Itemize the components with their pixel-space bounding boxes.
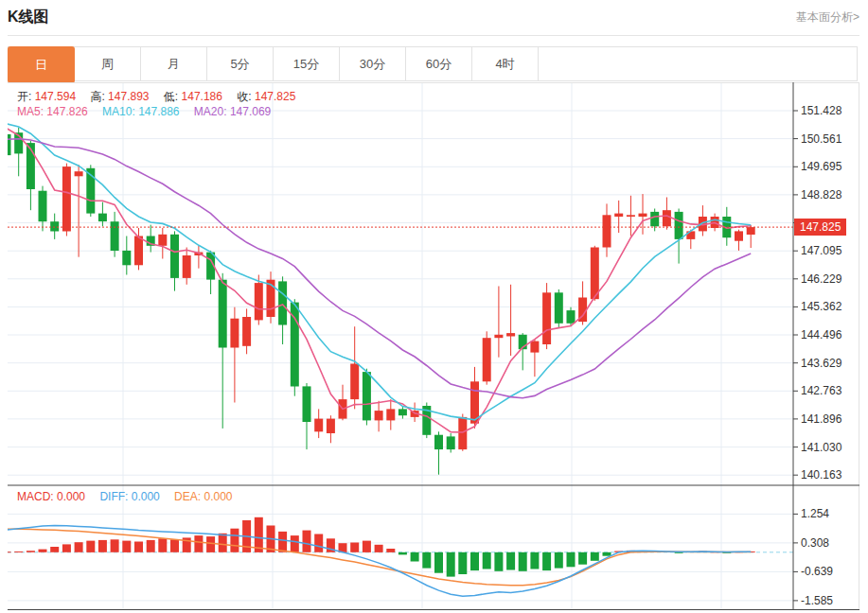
main-y-axis-label: 148.828 [801, 187, 858, 202]
macd-y-axis-label: 0.308 [801, 535, 858, 551]
ma10-label: MA10: [102, 105, 135, 118]
low-value: 147.186 [182, 90, 222, 103]
main-y-axis-label: 149.695 [801, 159, 858, 174]
main-y-axis-label: 150.561 [801, 131, 858, 147]
ma5-value: 147.826 [46, 105, 87, 118]
timeframe-tabs: 日 周 月 5分 15分 30分 60分 4时 [8, 46, 858, 81]
close-label: 收: [237, 90, 251, 103]
ma-legend: MA5: 147.826 MA10: 147.886 MA20: 147.069 [17, 105, 282, 118]
tab-15min[interactable]: 15分 [274, 47, 340, 80]
ma5-label: MA5: [17, 105, 44, 118]
ma20-value: 147.069 [230, 105, 271, 118]
macd-y-axis-label: -0.639 [801, 564, 858, 579]
main-y-axis-label: 146.229 [801, 271, 858, 287]
diff-value: 0.000 [132, 490, 160, 503]
tab-month[interactable]: 月 [141, 47, 207, 80]
header-divider [8, 35, 859, 36]
macd-y-axis-label: -1.585 [801, 593, 858, 608]
tabs-filler [539, 47, 857, 80]
current-price-tag: 147.825 [794, 219, 846, 236]
tab-day[interactable]: 日 [8, 46, 75, 83]
tab-60min[interactable]: 60分 [406, 47, 472, 80]
chart-area[interactable]: 开: 147.594 高: 147.893 低: 147.186 收: 147.… [8, 82, 859, 610]
dea-label: DEA: [174, 490, 201, 503]
tab-5min[interactable]: 5分 [207, 47, 274, 80]
main-y-axis-label: 144.496 [801, 327, 858, 342]
main-y-axis-label: 143.629 [801, 356, 858, 371]
tab-week[interactable]: 周 [75, 47, 141, 80]
close-value: 147.825 [255, 90, 295, 103]
open-value: 147.594 [35, 90, 76, 103]
high-value: 147.893 [108, 90, 149, 103]
macd-value: 0.000 [57, 490, 85, 503]
low-label: 低: [164, 90, 178, 103]
ohlc-legend: 开: 147.594 高: 147.893 低: 147.186 收: 147.… [17, 89, 307, 105]
macd-legend: MACD: 0.000 DIFF: 0.000 DEA: 0.000 [17, 490, 244, 503]
tab-4hour[interactable]: 4时 [472, 47, 539, 80]
dea-value: 0.000 [204, 490, 232, 503]
page-title: K线图 [8, 6, 49, 28]
kline-page: K线图 基本面分析> 日 周 月 5分 15分 30分 60分 4时 开: 14… [0, 0, 868, 613]
open-label: 开: [17, 90, 31, 103]
main-y-axis-label: 141.030 [801, 440, 858, 455]
page-header: K线图 基本面分析> [8, 6, 859, 28]
macd-y-axis-label: 1.254 [801, 506, 858, 521]
high-label: 高: [90, 90, 104, 103]
diff-label: DIFF: [99, 490, 128, 503]
main-y-axis-label: 145.362 [801, 299, 858, 314]
macd-label: MACD: [17, 490, 54, 503]
fundamental-analysis-link[interactable]: 基本面分析> [796, 6, 859, 28]
main-y-axis-label: 140.163 [801, 467, 858, 482]
main-y-axis-label: 151.428 [801, 103, 858, 118]
kline-canvas[interactable] [8, 82, 859, 610]
main-y-axis-label: 142.763 [801, 383, 858, 398]
ma20-label: MA20: [194, 105, 227, 118]
main-y-axis-label: 147.095 [801, 243, 858, 258]
main-y-axis-label: 141.896 [801, 412, 858, 427]
tab-30min[interactable]: 30分 [340, 47, 406, 80]
ma10-value: 147.886 [138, 105, 179, 118]
